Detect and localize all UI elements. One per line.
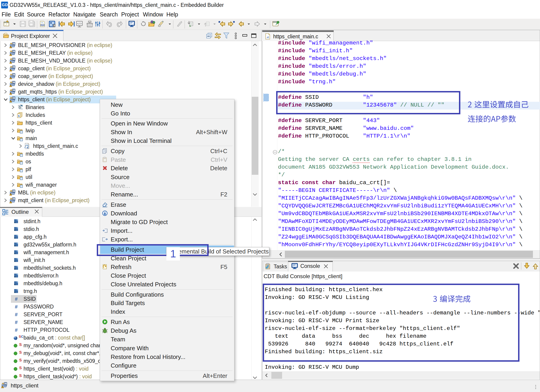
- svg-text:C: C: [13, 50, 15, 53]
- svg-text:C: C: [13, 81, 15, 84]
- svg-text:C: C: [13, 42, 15, 45]
- svg-text:</>: </>: [77, 22, 82, 25]
- svg-text:!: !: [10, 92, 11, 95]
- svg-text:!: !: [10, 54, 11, 56]
- svg-text:C: C: [13, 97, 15, 99]
- svg-text:h: h: [18, 114, 20, 118]
- svg-text:01: 01: [20, 108, 23, 110]
- svg-text:010: 010: [40, 24, 45, 26]
- svg-text:C: C: [5, 382, 6, 385]
- svg-text:!: !: [10, 46, 11, 48]
- svg-text:#: #: [15, 296, 18, 302]
- svg-text:!: !: [10, 201, 11, 203]
- svg-text:#: #: [15, 327, 18, 333]
- svg-text:!: !: [10, 69, 11, 71]
- svg-text:#: #: [15, 304, 18, 310]
- svg-text:C: C: [13, 66, 15, 69]
- svg-text:C: C: [13, 198, 15, 200]
- svg-text:!: !: [10, 193, 11, 196]
- svg-text:!: !: [10, 61, 11, 64]
- svg-text:C: C: [13, 190, 15, 193]
- svg-text:#: #: [15, 312, 18, 318]
- svg-text:C: C: [13, 89, 15, 92]
- svg-text:!: !: [10, 100, 11, 102]
- svg-text:.c: .c: [267, 35, 269, 39]
- svg-text:!: !: [10, 85, 11, 87]
- svg-text:C: C: [13, 58, 15, 61]
- svg-text:C: C: [13, 74, 15, 76]
- svg-text:!: !: [10, 77, 11, 79]
- svg-text:!: !: [2, 386, 3, 388]
- svg-text:#: #: [15, 319, 18, 325]
